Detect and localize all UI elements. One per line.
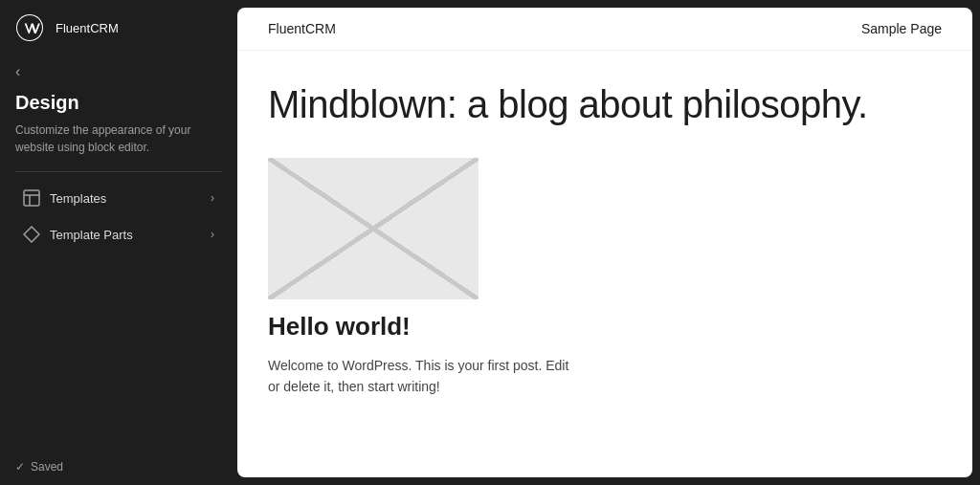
svg-marker-4	[24, 227, 39, 242]
template-parts-label: Template Parts	[50, 228, 133, 242]
sidebar-divider	[15, 171, 222, 172]
post-card: Hello world! Welcome to WordPress. This …	[268, 158, 942, 398]
section-description: Customize the appearance of your website…	[0, 121, 237, 171]
main-content: FluentCRM Sample Page Mindblown: a blog …	[237, 8, 972, 477]
sidebar-header: FluentCRM	[0, 0, 237, 55]
sidebar-item-templates[interactable]: Templates ›	[8, 180, 230, 216]
sidebar-item-template-parts[interactable]: Template Parts ›	[8, 216, 230, 253]
nav-item-templates-left: Templates	[23, 189, 106, 207]
sample-page-link[interactable]: Sample Page	[861, 21, 942, 36]
wp-logo-icon	[15, 13, 44, 42]
post-image-placeholder	[268, 158, 479, 299]
site-header: FluentCRM Sample Page	[237, 8, 972, 51]
post-title: Hello world!	[268, 311, 942, 343]
back-arrow-icon: ‹	[15, 63, 20, 80]
saved-label: Saved	[31, 460, 63, 474]
saved-check-icon: ✓	[15, 460, 25, 474]
sidebar: FluentCRM ‹ Design Customize the appeara…	[0, 0, 237, 485]
layout-icon	[23, 189, 40, 207]
site-name: FluentCRM	[268, 21, 336, 36]
sidebar-footer: ✓ Saved	[0, 449, 237, 485]
back-button[interactable]: ‹	[0, 55, 237, 88]
blog-title: Mindblown: a blog about philosophy.	[268, 81, 942, 127]
app-title: FluentCRM	[56, 21, 119, 35]
svg-rect-1	[24, 190, 39, 206]
template-parts-chevron-icon: ›	[211, 228, 214, 241]
templates-chevron-icon: ›	[211, 191, 214, 205]
nav-item-parts-left: Template Parts	[23, 226, 133, 243]
site-body: Mindblown: a blog about philosophy. Hell…	[237, 51, 972, 477]
diamond-icon	[23, 226, 40, 243]
post-excerpt: Welcome to WordPress. This is your first…	[268, 355, 574, 398]
section-title: Design	[0, 88, 237, 121]
templates-label: Templates	[50, 191, 106, 206]
